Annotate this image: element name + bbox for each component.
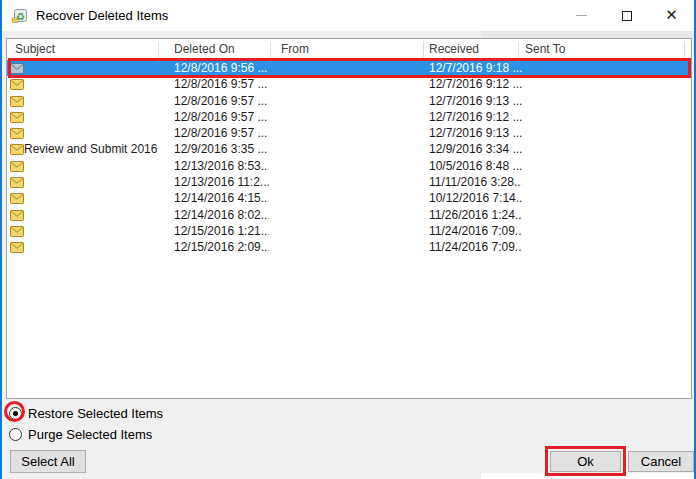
cell-received: 10/5/2016 8:48 ... [429,159,522,173]
ok-button[interactable]: Ok [550,451,621,472]
titlebar-shadow-strip [481,31,694,38]
envelope-icon [10,112,24,123]
cell-received: 11/26/2016 1:24... [429,208,522,222]
cell-received: 12/7/2016 9:13 ... [429,94,522,108]
column-header-deleted-on[interactable]: Deleted On [174,42,235,56]
deleted-items-list: Subject Deleted On From Received Sent To… [6,38,692,399]
cell-received: 12/7/2016 9:18 ... [429,61,522,75]
table-body: 12/8/2016 9:56 ... 12/7/2016 9:18 ... 12… [7,60,691,256]
recover-deleted-items-dialog: ♻ Recover Deleted Items ✕ Subject Delete… [0,0,696,479]
envelope-icon [10,210,24,221]
cell-received: 11/24/2016 7:09... [429,240,522,254]
cell-deleted-on: 12/15/2016 2:09... [174,240,269,254]
table-row[interactable]: 12/15/2016 2:09... 11/24/2016 7:09... [7,239,691,255]
close-button[interactable]: ✕ [649,0,694,31]
caption-buttons: ✕ [559,0,694,31]
cell-deleted-on: 12/13/2016 11:2... [174,175,269,189]
envelope-icon [10,63,24,74]
close-icon: ✕ [665,8,678,23]
cell-deleted-on: 12/14/2016 4:15... [174,191,269,205]
restore-selected-items-radio[interactable]: Restore Selected Items [9,405,163,421]
cell-deleted-on: 12/15/2016 1:21... [174,224,269,238]
table-row[interactable]: 12/13/2016 11:2... 11/11/2016 3:28... [7,174,691,190]
envelope-icon [10,242,24,253]
column-separator[interactable] [270,41,271,57]
table-row[interactable]: Review and Submit 2016 Re... 12/9/2016 3… [7,141,691,157]
recover-deleted-items-icon: ♻ [11,8,29,24]
list-header: Subject Deleted On From Received Sent To [7,39,691,59]
column-separator[interactable] [684,41,685,57]
purge-selected-items-radio[interactable]: Purge Selected Items [9,426,152,442]
cell-deleted-on: 12/8/2016 9:57 ... [174,94,269,108]
purge-radio-label: Purge Selected Items [28,427,152,442]
envelope-icon [10,177,24,188]
table-row[interactable]: 12/8/2016 9:57 ... 12/7/2016 9:13 ... [7,125,691,141]
column-header-sent-to[interactable]: Sent To [525,42,565,56]
column-header-subject[interactable]: Subject [15,42,55,56]
cell-subject: Review and Submit 2016 Re... [24,142,157,156]
envelope-icon [10,96,24,107]
table-row[interactable]: 12/13/2016 8:53... 10/5/2016 8:48 ... [7,158,691,174]
maximize-icon [622,11,632,21]
cell-received: 11/24/2016 7:09... [429,224,522,238]
envelope-icon [10,161,24,172]
envelope-icon [10,193,24,204]
restore-radio-label: Restore Selected Items [28,406,163,421]
column-separator[interactable] [518,41,519,57]
cell-received: 10/12/2016 7:14... [429,191,522,205]
cell-received: 12/7/2016 9:13 ... [429,126,522,140]
window-title: Recover Deleted Items [36,8,168,23]
column-header-from[interactable]: From [281,42,309,56]
cell-deleted-on: 12/13/2016 8:53... [174,159,269,173]
maximize-button[interactable] [604,0,649,31]
radio-button-icon [9,428,22,441]
table-row[interactable]: 12/14/2016 8:02... 11/26/2016 1:24... [7,207,691,223]
column-header-received[interactable]: Received [429,42,479,56]
envelope-icon [10,226,24,237]
envelope-icon [10,128,24,139]
table-row[interactable]: 12/8/2016 9:56 ... 12/7/2016 9:18 ... [7,60,691,76]
minimize-button[interactable] [559,0,604,31]
radio-button-icon [9,407,22,420]
cell-deleted-on: 12/14/2016 8:02... [174,208,269,222]
cell-deleted-on: 12/8/2016 9:57 ... [174,110,269,124]
cell-deleted-on: 12/8/2016 9:57 ... [174,126,269,140]
table-row[interactable]: 12/8/2016 9:57 ... 12/7/2016 9:13 ... [7,93,691,109]
cell-received: 12/7/2016 9:12 ... [429,110,522,124]
table-row[interactable]: 12/15/2016 1:21... 11/24/2016 7:09... [7,223,691,239]
cell-received: 11/11/2016 3:28... [429,175,522,189]
column-separator[interactable] [423,41,424,57]
titlebar: ♻ Recover Deleted Items ✕ [2,0,694,31]
column-separator[interactable] [158,41,159,57]
table-row[interactable]: 12/14/2016 4:15... 10/12/2016 7:14... [7,190,691,206]
cell-deleted-on: 12/8/2016 9:57 ... [174,77,269,91]
table-row[interactable]: 12/8/2016 9:57 ... 12/7/2016 9:12 ... [7,76,691,92]
cell-deleted-on: 12/9/2016 3:35 ... [174,142,269,156]
cell-received: 12/7/2016 9:12 ... [429,77,522,91]
cell-deleted-on: 12/8/2016 9:56 ... [174,61,269,75]
minimize-icon [576,15,587,16]
cell-received: 12/9/2016 3:34 ... [429,142,522,156]
cancel-button[interactable]: Cancel [628,451,694,472]
select-all-button[interactable]: Select All [10,450,86,473]
envelope-icon [10,79,24,90]
envelope-icon [10,144,24,155]
table-row[interactable]: 12/8/2016 9:57 ... 12/7/2016 9:12 ... [7,109,691,125]
bottom-edge-strip [481,473,694,479]
